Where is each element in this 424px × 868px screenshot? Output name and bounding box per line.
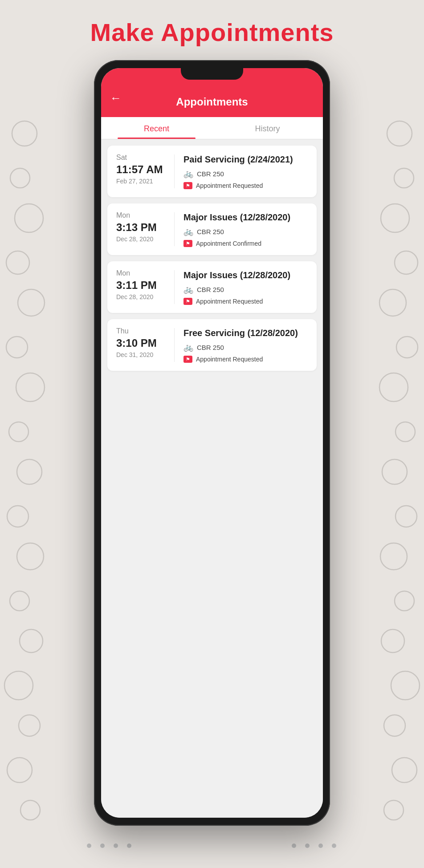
appt-status-label-3: Appointment Requested bbox=[196, 298, 263, 305]
svg-point-36 bbox=[114, 844, 118, 848]
appt-date-2: Dec 28, 2020 bbox=[116, 235, 165, 243]
appt-date-4: Dec 31, 2020 bbox=[116, 351, 165, 358]
bike-icon-3: 🚲 bbox=[183, 284, 193, 294]
appt-time-col-4: Thu 3:10 PM Dec 31, 2020 bbox=[116, 327, 165, 358]
appt-time-col-1: Sat 11:57 AM Feb 27, 2021 bbox=[116, 154, 165, 185]
appt-vehicle-4: 🚲 CBR 250 bbox=[183, 342, 308, 352]
appt-title-2: Major Issues (12/28/2020) bbox=[183, 211, 308, 223]
svg-point-40 bbox=[318, 844, 323, 848]
appointment-card-1[interactable]: Sat 11:57 AM Feb 27, 2021 Paid Servicing… bbox=[107, 146, 317, 197]
svg-point-3 bbox=[6, 251, 29, 274]
phone-frame: ← Appointments Recent History Sat 11:57 … bbox=[94, 60, 330, 826]
appt-title-1: Paid Servicing (2/24/2021) bbox=[183, 154, 308, 165]
svg-point-13 bbox=[4, 671, 33, 700]
svg-point-8 bbox=[17, 459, 42, 484]
back-button[interactable]: ← bbox=[110, 91, 122, 105]
appointment-card-3[interactable]: Mon 3:11 PM Dec 28, 2020 Major Issues (1… bbox=[107, 261, 317, 313]
appt-vehicle-2: 🚲 CBR 250 bbox=[183, 227, 308, 236]
svg-point-2 bbox=[15, 204, 43, 232]
svg-point-26 bbox=[395, 506, 417, 527]
appt-status-4: Appointment Requested bbox=[183, 356, 308, 363]
appt-divider-4 bbox=[174, 328, 175, 362]
svg-point-35 bbox=[100, 844, 105, 848]
appt-day-1: Sat bbox=[116, 154, 165, 162]
phone-notch bbox=[181, 68, 243, 80]
appt-vehicle-name-3: CBR 250 bbox=[197, 286, 224, 293]
svg-point-5 bbox=[6, 337, 28, 358]
appt-time-col-2: Mon 3:13 PM Dec 28, 2020 bbox=[116, 211, 165, 243]
tab-history[interactable]: History bbox=[212, 117, 323, 139]
bike-icon-1: 🚲 bbox=[183, 169, 193, 178]
appt-day-3: Mon bbox=[116, 269, 165, 277]
svg-point-11 bbox=[10, 591, 29, 611]
appt-detail-col-2: Major Issues (12/28/2020) 🚲 CBR 250 Appo… bbox=[183, 211, 308, 247]
appt-status-label-4: Appointment Requested bbox=[196, 356, 263, 363]
svg-point-10 bbox=[17, 543, 44, 570]
status-flag-icon-2 bbox=[183, 240, 192, 247]
phone-screen: ← Appointments Recent History Sat 11:57 … bbox=[101, 68, 323, 818]
svg-point-14 bbox=[19, 715, 40, 736]
svg-point-19 bbox=[381, 204, 409, 232]
svg-point-21 bbox=[379, 289, 406, 316]
svg-point-41 bbox=[332, 844, 336, 848]
appt-time-2: 3:13 PM bbox=[116, 221, 165, 234]
page-title: Make Appointments bbox=[90, 18, 334, 47]
svg-point-17 bbox=[387, 121, 412, 146]
svg-point-34 bbox=[87, 844, 91, 848]
appt-divider-1 bbox=[174, 154, 175, 188]
appt-detail-col-3: Major Issues (12/28/2020) 🚲 CBR 250 Appo… bbox=[183, 269, 308, 305]
appt-status-label-1: Appointment Requested bbox=[196, 182, 263, 189]
appt-divider-3 bbox=[174, 270, 175, 304]
appt-time-4: 3:10 PM bbox=[116, 337, 165, 349]
svg-point-30 bbox=[391, 671, 420, 700]
appt-status-1: Appointment Requested bbox=[183, 182, 308, 189]
svg-point-24 bbox=[395, 422, 415, 442]
tab-recent[interactable]: Recent bbox=[101, 117, 212, 139]
svg-point-4 bbox=[18, 289, 45, 316]
appt-title-4: Free Servicing (12/28/2020) bbox=[183, 327, 308, 339]
screen-title: Appointments bbox=[176, 96, 248, 108]
svg-point-28 bbox=[395, 591, 414, 611]
svg-point-38 bbox=[292, 844, 296, 848]
appt-divider-2 bbox=[174, 212, 175, 246]
appt-status-2: Appointment Confirmed bbox=[183, 240, 308, 247]
status-flag-icon-4 bbox=[183, 356, 192, 363]
svg-point-23 bbox=[379, 373, 408, 402]
svg-point-32 bbox=[392, 758, 417, 783]
svg-point-29 bbox=[381, 629, 404, 653]
appt-date-1: Feb 27, 2021 bbox=[116, 178, 165, 185]
appointment-card-2[interactable]: Mon 3:13 PM Dec 28, 2020 Major Issues (1… bbox=[107, 203, 317, 255]
svg-point-9 bbox=[7, 506, 29, 527]
svg-point-0 bbox=[12, 121, 37, 146]
appointment-card-4[interactable]: Thu 3:10 PM Dec 31, 2020 Free Servicing … bbox=[107, 319, 317, 371]
svg-point-31 bbox=[384, 715, 405, 736]
svg-point-27 bbox=[380, 543, 407, 570]
appt-detail-col-1: Paid Servicing (2/24/2021) 🚲 CBR 250 App… bbox=[183, 154, 308, 189]
svg-point-1 bbox=[10, 168, 30, 188]
appt-date-3: Dec 28, 2020 bbox=[116, 293, 165, 300]
appt-day-4: Thu bbox=[116, 327, 165, 335]
appt-status-3: Appointment Requested bbox=[183, 298, 308, 305]
svg-point-7 bbox=[9, 422, 29, 442]
svg-point-20 bbox=[395, 251, 418, 274]
svg-point-6 bbox=[16, 373, 45, 402]
tabs-bar: Recent History bbox=[101, 117, 323, 139]
svg-point-15 bbox=[7, 758, 32, 783]
appt-vehicle-3: 🚲 CBR 250 bbox=[183, 284, 308, 294]
appt-day-2: Mon bbox=[116, 211, 165, 219]
appt-time-3: 3:11 PM bbox=[116, 279, 165, 292]
svg-point-22 bbox=[396, 337, 418, 358]
svg-point-39 bbox=[305, 844, 310, 848]
appt-vehicle-1: 🚲 CBR 250 bbox=[183, 169, 308, 178]
appt-time-1: 11:57 AM bbox=[116, 163, 165, 176]
svg-point-12 bbox=[20, 629, 43, 653]
appt-status-label-2: Appointment Confirmed bbox=[196, 240, 261, 247]
svg-point-33 bbox=[384, 800, 404, 820]
svg-point-18 bbox=[394, 168, 414, 188]
status-flag-icon-3 bbox=[183, 298, 192, 305]
svg-point-25 bbox=[382, 459, 407, 484]
appt-title-3: Major Issues (12/28/2020) bbox=[183, 269, 308, 281]
appt-detail-col-4: Free Servicing (12/28/2020) 🚲 CBR 250 Ap… bbox=[183, 327, 308, 363]
bike-icon-2: 🚲 bbox=[183, 227, 193, 236]
appointments-list: Sat 11:57 AM Feb 27, 2021 Paid Servicing… bbox=[101, 139, 323, 818]
